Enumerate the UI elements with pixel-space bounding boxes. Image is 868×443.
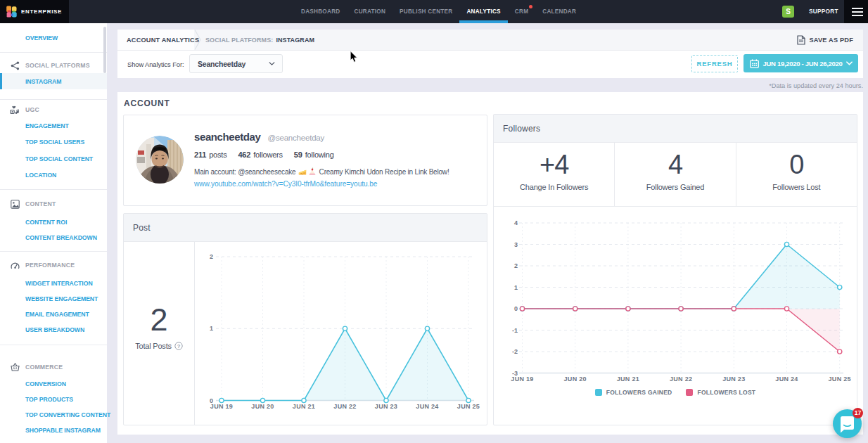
- cake-emoji: [308, 167, 317, 177]
- sidebar-section-content: CONTENTCONTENT ROICONTENT BREAKDOWN: [0, 190, 107, 252]
- sidebar-item-top-converting-content[interactable]: TOP CONVERTING CONTENT: [0, 407, 107, 423]
- data-update-note: *Data is updated every 24 hours.: [769, 82, 863, 89]
- svg-text:2: 2: [514, 262, 518, 269]
- sidebar-item-widget-interaction[interactable]: WIDGET INTERACTION: [0, 276, 107, 291]
- breadcrumb-section-value: INSTAGRAM: [276, 37, 314, 44]
- svg-text:-2: -2: [512, 348, 518, 355]
- show-analytics-for-label: Show Analytics For:: [127, 51, 184, 78]
- account-handle: @seancheetday: [267, 134, 324, 142]
- sidebar-item-shoppable-instagram[interactable]: SHOPPABLE INSTAGRAM: [0, 423, 107, 438]
- commerce-icon: [10, 363, 20, 371]
- brand-logo[interactable]: ENTERPRISE: [0, 0, 69, 23]
- sidebar-item-top-social-users[interactable]: TOP SOCIAL USERS: [0, 134, 107, 151]
- account-bio-link[interactable]: www.youtube.com/watch?v=Cy3I0-tfrMo&feat…: [194, 180, 377, 188]
- legend-followers-lost: FOLLOWERS LOST: [686, 389, 755, 396]
- svg-text:JUN 25: JUN 25: [829, 375, 851, 383]
- account-select[interactable]: Seancheetday: [189, 54, 283, 73]
- cheese-emoji: [298, 168, 307, 177]
- sidebar-item-top-social-content[interactable]: TOP SOCIAL CONTENT: [0, 150, 107, 167]
- account-bio: Main account: @seancheesecake Creamy Kim…: [194, 167, 449, 177]
- svg-text:1: 1: [210, 325, 213, 332]
- svg-text:-1: -1: [512, 327, 518, 334]
- help-icon[interactable]: ?: [174, 342, 183, 350]
- followers-stat: 462followers: [238, 150, 282, 159]
- support-link[interactable]: SUPPORT: [809, 0, 838, 23]
- notification-dot: [529, 5, 532, 8]
- sidebar-item-location[interactable]: LOCATION: [0, 167, 107, 184]
- following-stat: 59following: [294, 150, 334, 159]
- post-chart: 210JUN 19JUN 20JUN 21JUN 22JUN 23JUN 24J…: [195, 242, 487, 425]
- content-icon: [10, 200, 20, 209]
- sidebar-item-engagement[interactable]: ENGAGEMENT: [0, 117, 107, 134]
- followers-chart: 43210-1-2-3JUN 19JUN 20JUN 21JUN 22JUN 2…: [494, 207, 857, 389]
- post-card: Post 2 Total Posts ? 210JUN 19JUN 20JUN …: [123, 213, 487, 425]
- nav-item-dashboard[interactable]: DASHBOARD: [301, 0, 340, 23]
- stat-followers-lost: 0Followers Lost: [736, 142, 857, 206]
- sidebar-item-content-roi[interactable]: CONTENT ROI: [0, 214, 107, 230]
- stat-label: Followers Lost: [772, 183, 820, 191]
- share-icon: [10, 61, 20, 70]
- sidebar-section-ugc: UGCENGAGEMENTTOP SOCIAL USERSTOP SOCIAL …: [0, 100, 107, 190]
- chat-widget-button[interactable]: 17: [833, 409, 862, 438]
- sidebar-header-content: CONTENT: [0, 196, 107, 212]
- stat-label: Followers Gained: [646, 183, 704, 191]
- svg-text:4: 4: [514, 219, 518, 226]
- svg-text:JUN 19: JUN 19: [511, 375, 533, 383]
- sidebar-item-email-engagement[interactable]: EMAIL ENGAGEMENT: [0, 307, 107, 322]
- stat-label: Change In Followers: [520, 183, 588, 191]
- sidebar-item-instagram[interactable]: INSTAGRAM: [0, 73, 107, 89]
- date-chevron-down-icon: [846, 61, 853, 65]
- nav-item-publish-center[interactable]: PUBLISH CENTER: [400, 0, 452, 23]
- date-range-picker[interactable]: JUN 19,2020 - JUN 26,2020: [743, 54, 858, 72]
- brand-logo-icon: [6, 6, 17, 18]
- analytics-toolbar: Show Analytics For: Seancheetday REFRESH…: [117, 51, 863, 78]
- date-range-value: JUN 19,2020 - JUN 26,2020: [762, 60, 843, 68]
- sidebar-section-commerce: COMMERCECONVERSIONTOP PRODUCTSTOP CONVER…: [0, 345, 107, 442]
- top-navigation: DASHBOARDCURATIONPUBLISH CENTERANALYTICS…: [301, 0, 576, 23]
- refresh-button[interactable]: REFRESH: [691, 55, 738, 72]
- section-title: ACCOUNT: [124, 98, 170, 108]
- svg-text:JUN 22: JUN 22: [333, 403, 356, 410]
- nav-item-calendar[interactable]: CALENDAR: [542, 0, 576, 23]
- total-posts-value: 2: [150, 303, 167, 337]
- sidebar-item-website-engagement[interactable]: WEBSITE ENGAGEMENT: [0, 291, 107, 307]
- chevron-down-icon: [269, 62, 275, 65]
- svg-text:JUN 20: JUN 20: [564, 375, 587, 383]
- legend-followers-gained: FOLLOWERS GAINED: [595, 389, 672, 396]
- svg-text:JUN 20: JUN 20: [251, 403, 274, 410]
- sidebar-item-top-products[interactable]: TOP PRODUCTS: [0, 392, 107, 407]
- nav-item-curation[interactable]: CURATION: [354, 0, 385, 23]
- nav-item-crm[interactable]: CRM: [515, 0, 528, 23]
- sidebar-section-performance: PERFORMANCEWIDGET INTERACTIONWEBSITE ENG…: [0, 252, 107, 345]
- stat-followers-gained: 4Followers Gained: [614, 142, 735, 206]
- sidebar-scrollbar[interactable]: [103, 27, 106, 73]
- sidebar-item-content-breakdown[interactable]: CONTENT BREAKDOWN: [0, 230, 107, 245]
- account-name: seancheetday: [194, 131, 260, 143]
- sidebar-header-performance: PERFORMANCE: [0, 257, 107, 273]
- total-posts-box: 2 Total Posts ?: [124, 242, 195, 425]
- sidebar-item-conversion[interactable]: CONVERSION: [0, 376, 107, 392]
- followers-chart-legend: FOLLOWERS GAINEDFOLLOWERS LOST: [494, 389, 857, 396]
- sidebar-header-commerce: COMMERCE: [0, 359, 107, 375]
- nav-item-analytics[interactable]: ANALYTICS: [466, 0, 500, 23]
- legend-swatch: [595, 389, 602, 396]
- svg-text:JUN 24: JUN 24: [416, 403, 438, 410]
- breadcrumb-current[interactable]: ACCOUNT ANALYTICS: [117, 30, 194, 50]
- page: { "navbar": { "brand": "ENTERPRISE", "it…: [0, 0, 868, 443]
- user-avatar-badge[interactable]: S: [782, 6, 794, 18]
- svg-text:2: 2: [210, 253, 213, 260]
- sidebar-item-overview[interactable]: OVERVIEW: [0, 30, 107, 46]
- account-name-row: seancheetday @seancheetday: [194, 131, 324, 143]
- total-posts-label: Total Posts ?: [135, 342, 183, 350]
- pdf-file-icon: [797, 35, 805, 45]
- sidebar-header-ugc: UGC: [0, 102, 107, 117]
- sidebar-item-user-breakdown[interactable]: USER BREAKDOWN: [0, 322, 107, 338]
- breadcrumb-chevron-icon: [194, 30, 205, 50]
- breadcrumb-section: SOCIAL PLATFORMS: INSTAGRAM: [205, 30, 314, 50]
- hamburger-menu[interactable]: [844, 0, 868, 23]
- avatar-photo: [136, 136, 184, 184]
- stat-change-in-followers: +4Change In Followers: [494, 142, 614, 206]
- save-as-pdf-button[interactable]: SAVE AS PDF: [797, 30, 853, 50]
- hamburger-icon: [852, 8, 863, 9]
- account-select-value: Seancheetday: [198, 60, 245, 68]
